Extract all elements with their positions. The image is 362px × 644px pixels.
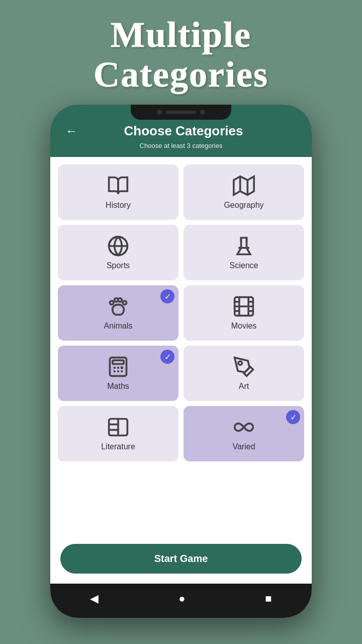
sensor-dot	[200, 110, 205, 115]
content-area: History Geography	[50, 157, 312, 536]
back-button[interactable]: ←	[60, 122, 82, 140]
phone-frame: ← Choose Categories Choose at least 3 ca…	[50, 105, 312, 618]
camera-dot	[157, 110, 162, 115]
category-art[interactable]: Art	[184, 346, 304, 401]
category-maths[interactable]: Maths ✓	[58, 346, 178, 401]
varied-label: Varied	[232, 442, 255, 451]
svg-rect-21	[113, 361, 124, 364]
paw-icon	[107, 295, 129, 317]
phone-screen: ← Choose Categories Choose at least 3 ca…	[50, 105, 312, 618]
maths-label: Maths	[107, 382, 129, 391]
nav-back-button[interactable]: ◀	[75, 590, 114, 608]
screen-subtitle: Choose at least 3 categories	[140, 142, 223, 149]
category-sports[interactable]: Sports	[58, 225, 178, 280]
svg-point-10	[118, 298, 122, 302]
varied-check: ✓	[286, 410, 300, 424]
category-geography[interactable]: Geography	[184, 165, 304, 220]
literature-icon	[107, 416, 129, 438]
animals-label: Animals	[104, 321, 133, 331]
geography-label: Geography	[224, 201, 263, 210]
map-icon	[233, 175, 255, 197]
page-title: Multiple Categories	[94, 15, 268, 95]
svg-point-8	[110, 301, 114, 304]
category-literature[interactable]: Literature	[58, 406, 178, 461]
screen-title: Choose Categories	[82, 123, 285, 139]
science-icon	[233, 235, 255, 257]
book-icon	[107, 175, 129, 197]
svg-line-27	[121, 367, 123, 369]
sports-label: Sports	[107, 261, 130, 270]
start-game-button[interactable]: Start Game	[60, 544, 302, 574]
category-varied[interactable]: Varied ✓	[184, 406, 304, 461]
svg-point-31	[238, 361, 242, 365]
category-movies[interactable]: Movies	[184, 285, 304, 341]
category-science[interactable]: Science	[184, 225, 304, 280]
art-label: Art	[239, 382, 249, 391]
art-icon	[233, 356, 255, 378]
maths-check: ✓	[160, 350, 174, 364]
film-icon	[233, 295, 255, 317]
speaker-bar	[166, 111, 196, 114]
calculator-icon	[107, 356, 129, 378]
literature-label: Literature	[101, 442, 135, 451]
start-button-container: Start Game	[50, 536, 312, 584]
movies-label: Movies	[231, 321, 257, 331]
svg-marker-0	[234, 177, 254, 195]
svg-point-11	[123, 301, 126, 304]
infinity-icon	[233, 416, 255, 438]
categories-grid: History Geography	[58, 165, 304, 461]
animals-check: ✓	[160, 289, 174, 303]
bottom-nav: ◀ ● ■	[50, 584, 312, 618]
nav-home-button[interactable]: ●	[163, 590, 200, 608]
category-animals[interactable]: Animals ✓	[58, 285, 178, 341]
history-label: History	[106, 201, 131, 210]
spacer	[58, 466, 304, 487]
category-history[interactable]: History	[58, 165, 178, 220]
science-label: Science	[230, 261, 258, 270]
nav-recents-button[interactable]: ■	[250, 590, 287, 608]
phone-notch	[131, 105, 231, 120]
sports-icon	[107, 235, 129, 257]
